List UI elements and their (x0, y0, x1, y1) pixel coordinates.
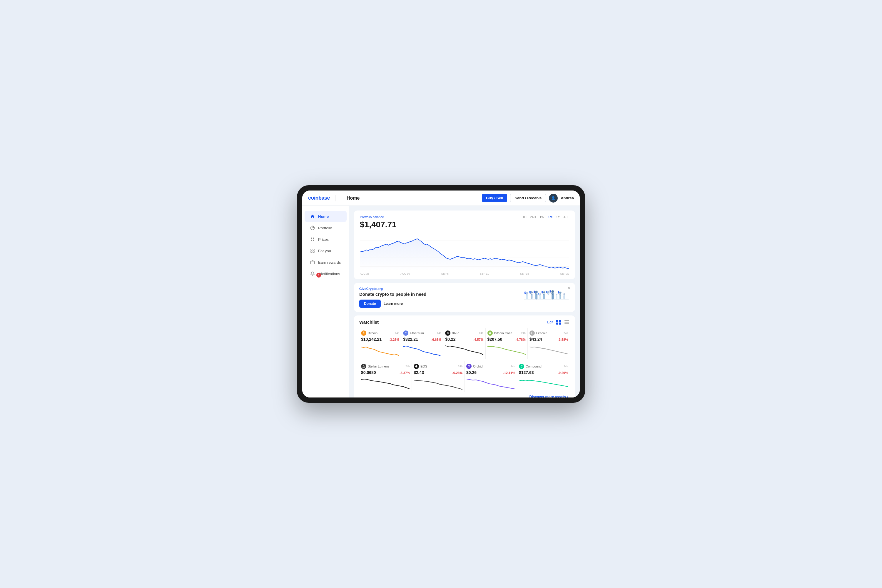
sidebar-item-portfolio[interactable]: Portfolio (304, 222, 346, 233)
svg-rect-3 (311, 240, 312, 241)
sidebar-item-for-you[interactable]: For you (304, 245, 346, 256)
oxt-icon (466, 364, 472, 369)
watchlist-header: Watchlist Edit (359, 320, 570, 325)
time-filters: 1H 24H 1W 1M 1Y ALL (522, 215, 569, 219)
sidebar-item-home-label: Home (318, 214, 329, 219)
sidebar-item-home[interactable]: Home (304, 211, 346, 222)
discover-more-link[interactable]: Discover more assets › (359, 392, 570, 398)
ltc-time: 24h (564, 332, 568, 334)
crypto-item-ltc[interactable]: Ł Litecoin 24h $43.24 -3.58% (528, 328, 570, 358)
crypto-item-xlm[interactable]: Stellar Lumens 24h $0.0680 -5.37% (359, 362, 412, 392)
xrp-time: 24h (479, 332, 484, 334)
time-filter-1w[interactable]: 1W (540, 215, 544, 219)
svg-rect-53 (559, 320, 561, 322)
svg-rect-57 (564, 322, 569, 322)
prices-icon (310, 237, 315, 242)
crypto-item-eth[interactable]: Ξ Ethereum 24h $322.21 -6.65% (401, 328, 443, 358)
x-label-1: AUG 30 (400, 272, 410, 275)
ltc-name-row: Ł Litecoin (530, 330, 548, 336)
eos-name-row: EOS (414, 364, 427, 369)
svg-point-24 (535, 291, 538, 293)
sidebar-item-earn-rewards[interactable]: Earn rewards (304, 256, 346, 268)
watchlist-edit-button[interactable]: Edit (547, 320, 553, 324)
crypto-item-btc[interactable]: ₿ Bitcoin 24h $10,242.21 -3.25% (359, 328, 401, 358)
portfolio-label: Portfolio balance (360, 215, 397, 219)
time-filter-1h[interactable]: 1H (522, 215, 526, 219)
btc-time: 24h (395, 332, 399, 334)
xlm-change: -5.37% (399, 371, 410, 375)
user-name: Andrea (561, 196, 574, 200)
eth-header: Ξ Ethereum 24h (403, 330, 441, 336)
donate-banner: GiveCrypto.org Donate crypto to people i… (354, 283, 575, 312)
donate-title: Donate crypto to people in need (359, 292, 520, 297)
ltc-name: Litecoin (536, 332, 548, 335)
btc-name: Bitcoin (368, 332, 378, 335)
donate-close-button[interactable]: ✕ (567, 286, 571, 291)
svg-rect-6 (313, 249, 314, 250)
eos-header: EOS 24h (414, 364, 462, 369)
xlm-header: Stellar Lumens 24h (361, 364, 410, 369)
oxt-header: Orchid 24h (466, 364, 515, 369)
oxt-name: Orchid (473, 364, 483, 368)
tablet-device: coinbase Home Buy / Sell Send / Receive … (297, 185, 585, 403)
sidebar-item-notifications[interactable]: 1 Notifications (304, 268, 346, 279)
send-receive-button[interactable]: Send / Receive (510, 194, 546, 202)
portfolio-icon (310, 225, 315, 231)
svg-point-14 (526, 292, 528, 294)
svg-point-49 (563, 293, 565, 295)
content-area: Portfolio balance $1,407.71 1H 24H 1W 1M… (349, 206, 580, 398)
sidebar-item-prices-label: Prices (318, 237, 329, 242)
ltc-price: $43.24 (530, 337, 542, 342)
svg-rect-2 (313, 237, 314, 239)
time-filter-1m[interactable]: 1M (548, 215, 552, 219)
sidebar-item-notifications-label: Notifications (319, 272, 340, 276)
for-you-icon (310, 248, 315, 254)
x-label-0: AUG 25 (360, 272, 369, 275)
btc-change: -3.25% (389, 338, 399, 341)
oxt-mini-chart (466, 377, 515, 390)
xrp-header: ✕ XRP 24h (445, 330, 483, 336)
svg-rect-9 (310, 261, 314, 264)
crypto-item-oxt[interactable]: Orchid 24h $0.26 -12.11% (465, 362, 517, 392)
buy-sell-button[interactable]: Buy / Sell (482, 194, 507, 202)
eth-name-row: Ξ Ethereum (403, 330, 424, 336)
sidebar-item-portfolio-label: Portfolio (318, 226, 332, 230)
time-filter-1y[interactable]: 1Y (556, 215, 560, 219)
svg-rect-7 (311, 251, 312, 252)
comp-change: -9.29% (558, 371, 568, 375)
sidebar-item-prices[interactable]: Prices (304, 234, 346, 245)
crypto-item-eos[interactable]: EOS 24h $2.43 -6.23% (412, 362, 465, 392)
donate-actions: Donate Learn more (359, 300, 520, 308)
notification-badge: 1 (316, 273, 321, 278)
svg-point-39 (551, 290, 554, 293)
svg-point-19 (531, 291, 533, 293)
svg-point-28 (540, 293, 541, 295)
x-label-3: SEP 11 (480, 272, 489, 275)
portfolio-chart (360, 233, 569, 271)
crypto-item-xrp[interactable]: ✕ XRP 24h $0.22 -4.57% (443, 328, 485, 358)
top-bar-right: Buy / Sell Send / Receive 👤 Andrea (482, 194, 574, 202)
list-view-icon[interactable] (564, 320, 570, 325)
grid-view-icon[interactable] (556, 320, 561, 325)
bch-header: Ƀ Bitcoin Cash 24h (488, 330, 526, 336)
time-filter-all[interactable]: ALL (563, 215, 569, 219)
home-icon (310, 214, 315, 219)
svg-rect-8 (313, 251, 314, 252)
eos-time: 24h (458, 365, 462, 368)
xrp-name: XRP (452, 332, 459, 335)
ltc-change: -3.58% (558, 338, 568, 341)
crypto-item-bch[interactable]: Ƀ Bitcoin Cash 24h $207.50 -4.78% (486, 328, 528, 358)
xlm-price: $0.0680 (361, 370, 376, 375)
comp-price: $127.63 (519, 370, 534, 375)
xrp-mini-chart (445, 344, 483, 356)
svg-rect-4 (313, 240, 314, 241)
learn-more-button[interactable]: Learn more (384, 302, 403, 306)
oxt-change: -12.11% (503, 371, 515, 375)
xlm-name: Stellar Lumens (368, 364, 389, 368)
time-filter-24h[interactable]: 24H (530, 215, 536, 219)
eth-icon: Ξ (403, 330, 408, 336)
donate-button[interactable]: Donate (359, 300, 381, 308)
oxt-name-row: Orchid (466, 364, 483, 369)
crypto-item-comp[interactable]: C Compound 24h $127.63 -9.29% (517, 362, 570, 392)
crypto-grid-row2: Stellar Lumens 24h $0.0680 -5.37% (359, 362, 570, 392)
